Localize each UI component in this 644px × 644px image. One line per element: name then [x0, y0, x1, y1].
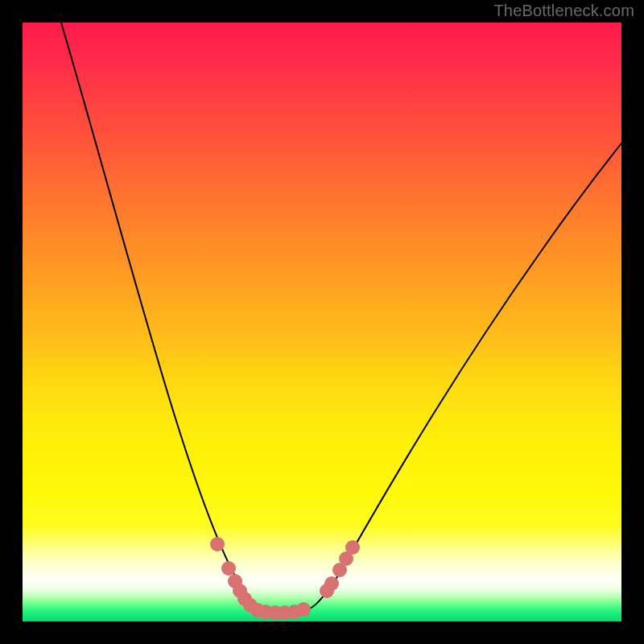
curve-marker [345, 540, 360, 555]
curve-marker [221, 561, 236, 576]
marker-group [210, 537, 360, 620]
plot-area [23, 23, 621, 621]
watermark-text: TheBottleneck.com [493, 2, 634, 20]
bottleneck-curve [61, 23, 621, 611]
curve-layer [23, 23, 621, 621]
curve-marker [296, 602, 311, 617]
curve-marker [324, 576, 339, 591]
chart-frame: TheBottleneck.com [0, 0, 644, 644]
curve-marker [210, 537, 225, 551]
